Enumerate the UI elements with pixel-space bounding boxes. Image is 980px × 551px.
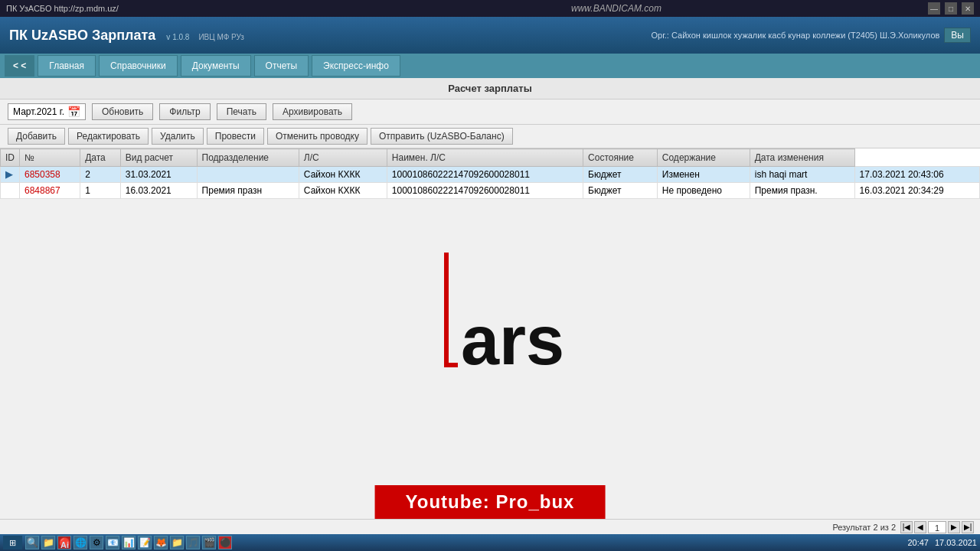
maximize-button[interactable]: □	[945, 2, 957, 15]
close-button[interactable]: ✕	[962, 2, 974, 15]
user-button[interactable]: Вы	[944, 28, 971, 43]
nav-express-button[interactable]: Экспресс-инфо	[312, 55, 400, 77]
taskbar-settings-icon[interactable]: ⚙	[90, 536, 103, 549]
cell-content: Премия празн.	[750, 183, 854, 199]
minimize-button[interactable]: —	[928, 2, 940, 15]
action-row: Добавить Редактировать Удалить Провести …	[0, 125, 980, 148]
first-page-button[interactable]: |◀	[900, 521, 913, 533]
taskbar-music-icon[interactable]: 🎵	[186, 536, 200, 549]
watermark-text: ars	[461, 306, 564, 375]
cell-date: 16.03.2021	[120, 183, 197, 199]
cell-ls: 100010860222147092600028011	[387, 167, 583, 183]
nav-back-button[interactable]: < <	[5, 55, 34, 77]
taskbar-media-icon[interactable]: 🎬	[202, 536, 216, 549]
cell-status: Не проведено	[657, 183, 750, 199]
cell-content: ish haqi mart	[750, 167, 854, 183]
table-row[interactable]: 6848867 1 16.03.2021 Премия празн Сайхон…	[1, 183, 980, 199]
col-content: Содержание	[657, 149, 750, 167]
taskbar-record-icon[interactable]: ⚫	[218, 536, 232, 549]
taskbar-folder-icon[interactable]: 📁	[170, 536, 184, 549]
cell-arrow: ▶	[1, 167, 20, 183]
ai-label: Ai	[60, 540, 69, 549]
date-display[interactable]: Март.2021 г. 📅	[8, 103, 86, 120]
page-nav: |◀ ◀ 1 ▶ ▶|	[900, 521, 974, 533]
archive-button[interactable]: Архивировать	[273, 103, 352, 120]
taskbar-browser-icon[interactable]: 🌐	[74, 536, 87, 549]
date-text: Март.2021 г.	[13, 106, 64, 117]
nav-reports-button[interactable]: Отчеты	[254, 55, 309, 77]
data-table-container: ID № Дата Вид расчет Подразделение Л/С Н…	[0, 148, 980, 199]
refresh-button[interactable]: Обновить	[92, 103, 153, 120]
taskbar-files-icon[interactable]: 📁	[41, 536, 55, 549]
post-button[interactable]: Провести	[207, 128, 264, 145]
content-area: Расчет зарплаты Март.2021 г. 📅 Обновить …	[0, 78, 980, 199]
bandicam-watermark: www.BANDICAM.com	[571, 3, 662, 14]
start-button[interactable]: ⊞	[3, 536, 22, 549]
cell-status: Изменен	[657, 167, 750, 183]
cell-podraz: Сайхон КХКК	[299, 167, 387, 183]
prev-page-button[interactable]: ◀	[914, 521, 926, 533]
col-date-changed: Дата изменения	[750, 149, 854, 167]
app-title: ПК UzASBO Зарплата	[9, 28, 155, 44]
col-podraz: Подразделение	[197, 149, 299, 167]
watermark-bracket	[444, 253, 458, 367]
taskbar-date: 17.03.2021	[935, 538, 977, 547]
next-page-button[interactable]: ▶	[948, 521, 960, 533]
cell-naimen: Бюджет	[583, 183, 658, 199]
cell-ls: 100010860222147092600028011	[387, 183, 583, 199]
taskbar-icons: 🔍 📁 🔴 🌐 ⚙ 📧 📊 📝 🦊 📁 🎵 🎬 ⚫	[25, 536, 232, 549]
calendar-icon[interactable]: 📅	[67, 106, 80, 118]
table-row[interactable]: ▶ 6850358 2 31.03.2021 Сайхон КХКК 10001…	[1, 167, 980, 183]
cancel-post-button[interactable]: Отменить проводку	[267, 128, 368, 145]
taskbar: ⊞ 🔍 📁 🔴 🌐 ⚙ 📧 📊 📝 🦊 📁 🎵 🎬 ⚫ Ai 20:47 17.…	[0, 534, 980, 551]
cell-arrow	[1, 183, 20, 199]
taskbar-firefox-icon[interactable]: 🦊	[154, 536, 168, 549]
cell-vid	[197, 167, 299, 183]
nav-references-button[interactable]: Справочники	[99, 55, 178, 77]
app-subtitle: ИВЦ МФ РУз	[198, 33, 243, 41]
taskbar-excel-icon[interactable]: 📊	[122, 536, 136, 549]
add-button[interactable]: Добавить	[8, 128, 65, 145]
toolbar-row: Март.2021 г. 📅 Обновить Фильтр Печать Ар…	[0, 99, 980, 125]
cell-num: 1	[80, 183, 121, 199]
cell-date-changed: 17.03.2021 20:43:06	[854, 167, 979, 183]
col-date: Дата	[80, 149, 121, 167]
data-table: ID № Дата Вид расчет Подразделение Л/С Н…	[0, 148, 980, 199]
page-title: Расчет зарплаты	[0, 78, 980, 99]
taskbar-word-icon[interactable]: 📝	[138, 536, 152, 549]
cell-podraz: Сайхон КХКК	[299, 183, 387, 199]
cell-naimen: Бюджет	[583, 167, 658, 183]
taskbar-search-icon[interactable]: 🔍	[25, 536, 39, 549]
cell-id: 6848867	[20, 183, 80, 199]
result-text: Результат 2 из 2	[832, 523, 896, 532]
taskbar-mail-icon[interactable]: 📧	[106, 536, 119, 549]
edit-button[interactable]: Редактировать	[68, 128, 149, 145]
nav-documents-button[interactable]: Документы	[181, 55, 251, 77]
nav-bar: < < Главная Справочники Документы Отчеты…	[0, 54, 980, 78]
col-vid: Вид расчет	[120, 149, 197, 167]
cell-date: 31.03.2021	[120, 167, 197, 183]
id-link[interactable]: 6850358	[24, 169, 60, 180]
filter-button[interactable]: Фильтр	[159, 103, 210, 120]
app-header: ПК UzASBO Зарплата v 1.0.8 ИВЦ МФ РУз Ор…	[0, 17, 980, 54]
last-page-button[interactable]: ▶|	[962, 521, 974, 533]
print-button[interactable]: Печать	[217, 103, 266, 120]
col-status: Состояние	[583, 149, 658, 167]
title-bar-text: ПК УзАСБО http://zp.mdm.uz/	[6, 4, 119, 13]
watermark-overlay: ars	[444, 253, 564, 367]
col-num: №	[20, 149, 80, 167]
taskbar-time: 20:47	[907, 538, 929, 547]
title-bar: ПК УзАСБО http://zp.mdm.uz/ www.BANDICAM…	[0, 0, 980, 17]
page-number: 1	[928, 521, 946, 533]
status-bar: Результат 2 из 2 |◀ ◀ 1 ▶ ▶|	[0, 519, 980, 534]
col-ls: Л/С	[299, 149, 387, 167]
app-version: v 1.0.8	[166, 33, 189, 41]
col-id: ID	[1, 149, 20, 167]
send-balance-button[interactable]: Отправить (UzASBO-Баланс)	[371, 128, 513, 145]
cell-id: 6850358	[20, 167, 80, 183]
col-naimen: Наимен. Л/С	[387, 149, 583, 167]
taskbar-right: 20:47 17.03.2021	[907, 538, 977, 547]
nav-home-button[interactable]: Главная	[38, 55, 96, 77]
id-link[interactable]: 6848867	[24, 185, 60, 196]
delete-button[interactable]: Удалить	[152, 128, 204, 145]
